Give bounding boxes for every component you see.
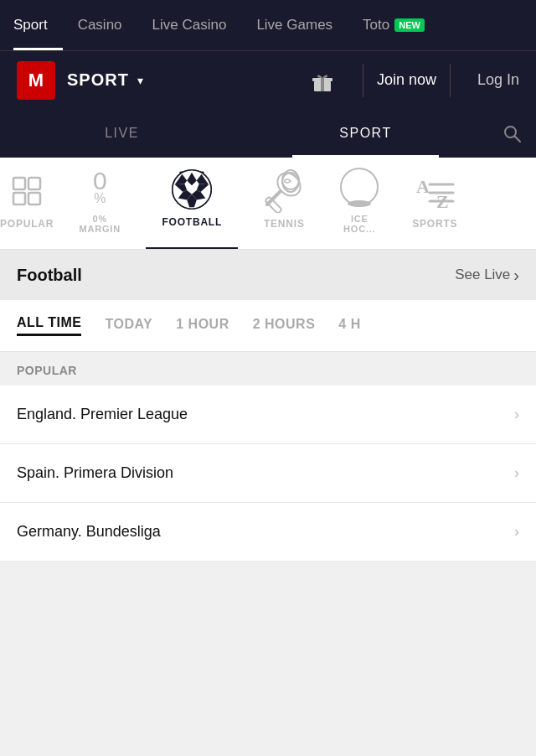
search-icon[interactable] bbox=[487, 123, 536, 143]
sub-nav: LIVE SPORT bbox=[0, 109, 536, 158]
time-filter: ALL TIME TODAY 1 HOUR 2 HOURS 4 H bbox=[0, 300, 536, 352]
chevron-down-icon: ▾ bbox=[137, 74, 143, 87]
nav-casino[interactable]: Casino bbox=[63, 0, 137, 50]
header-divider-2 bbox=[450, 64, 451, 97]
time-filter-2hours[interactable]: 2 HOURS bbox=[253, 317, 316, 335]
top-nav: Sport Casino Live Casino Live Games Toto… bbox=[0, 0, 536, 50]
new-badge: NEW bbox=[394, 18, 425, 32]
nav-toto[interactable]: Toto NEW bbox=[348, 0, 440, 50]
svg-point-24 bbox=[348, 200, 371, 207]
svg-rect-7 bbox=[13, 193, 25, 205]
svg-rect-6 bbox=[28, 178, 40, 189]
league-name-england: England. Premier League bbox=[17, 406, 188, 423]
ice-hockey-icon bbox=[338, 165, 381, 209]
join-now-button[interactable]: Join now bbox=[377, 71, 436, 89]
grid-icon bbox=[5, 169, 49, 213]
time-filter-today[interactable]: TODAY bbox=[105, 317, 152, 335]
sport-icon-zero-margin[interactable]: 0 % 0%MARGIN bbox=[54, 158, 146, 250]
league-name-germany: Germany. Bundesliga bbox=[17, 523, 161, 541]
popular-label-text: POPULAR bbox=[0, 218, 54, 230]
ice-hockey-label: ICEHOC... bbox=[343, 214, 375, 234]
svg-rect-5 bbox=[13, 178, 25, 189]
svg-line-4 bbox=[515, 137, 521, 142]
logo-m-letter: M bbox=[17, 61, 55, 100]
all-sports-label: SPORTS bbox=[412, 218, 457, 230]
chevron-right-icon-germany: › bbox=[514, 523, 519, 541]
subnav-live[interactable]: LIVE bbox=[0, 109, 244, 158]
header: M BET SPORT ▾ Join now Log In bbox=[0, 50, 536, 109]
popular-section-label: POPULAR bbox=[0, 352, 536, 386]
see-live-button[interactable]: See Live › bbox=[455, 266, 519, 285]
sports-filter: POPULAR 0 % 0%MARGIN bbox=[0, 158, 536, 250]
football-label: FOOTBALL bbox=[162, 216, 222, 228]
league-row-england[interactable]: England. Premier League › bbox=[0, 386, 536, 444]
league-name-spain: Spain. Primera Division bbox=[17, 464, 173, 482]
football-section-header: Football See Live › bbox=[0, 250, 536, 300]
league-row-spain[interactable]: Spain. Primera Division › bbox=[0, 444, 536, 503]
nav-live-games[interactable]: Live Games bbox=[241, 0, 348, 50]
subnav-sport[interactable]: SPORT bbox=[244, 109, 487, 158]
football-section-title: Football bbox=[17, 266, 82, 285]
zero-margin-icon: 0 % bbox=[78, 165, 121, 209]
gift-icon[interactable] bbox=[309, 67, 336, 94]
logo[interactable]: M BET SPORT ▾ bbox=[17, 61, 143, 100]
sport-label: SPORT bbox=[67, 70, 129, 90]
sport-icon-all-sports[interactable]: A Z SPORTS bbox=[389, 158, 481, 250]
chevron-right-icon-spain: › bbox=[514, 464, 519, 482]
sport-icon-tennis[interactable]: TENNIS bbox=[238, 158, 330, 250]
zero-margin-label: 0%MARGIN bbox=[80, 214, 121, 234]
header-divider bbox=[363, 64, 363, 97]
time-filter-all-time[interactable]: ALL TIME bbox=[17, 315, 81, 336]
log-in-button[interactable]: Log In bbox=[477, 71, 519, 89]
football-icon bbox=[170, 168, 214, 211]
svg-text:A: A bbox=[416, 176, 430, 197]
time-filter-1hour[interactable]: 1 HOUR bbox=[176, 317, 229, 335]
sport-icon-ice-hockey[interactable]: ICEHOC... bbox=[330, 158, 389, 250]
svg-rect-2 bbox=[321, 78, 324, 91]
league-row-germany[interactable]: Germany. Bundesliga › bbox=[0, 503, 536, 562]
svg-point-23 bbox=[341, 168, 378, 205]
chevron-right-icon-england: › bbox=[514, 406, 519, 423]
nav-sport[interactable]: Sport bbox=[13, 0, 63, 50]
sport-icon-popular[interactable]: POPULAR bbox=[0, 158, 54, 250]
nav-live-casino[interactable]: Live Casino bbox=[137, 0, 242, 50]
all-sports-icon: A Z bbox=[413, 169, 456, 213]
sport-icon-football[interactable]: FOOTBALL bbox=[146, 158, 238, 250]
time-filter-4h[interactable]: 4 H bbox=[338, 317, 360, 335]
tennis-icon bbox=[262, 169, 306, 213]
tennis-label: TENNIS bbox=[264, 218, 305, 230]
svg-rect-8 bbox=[28, 193, 40, 205]
